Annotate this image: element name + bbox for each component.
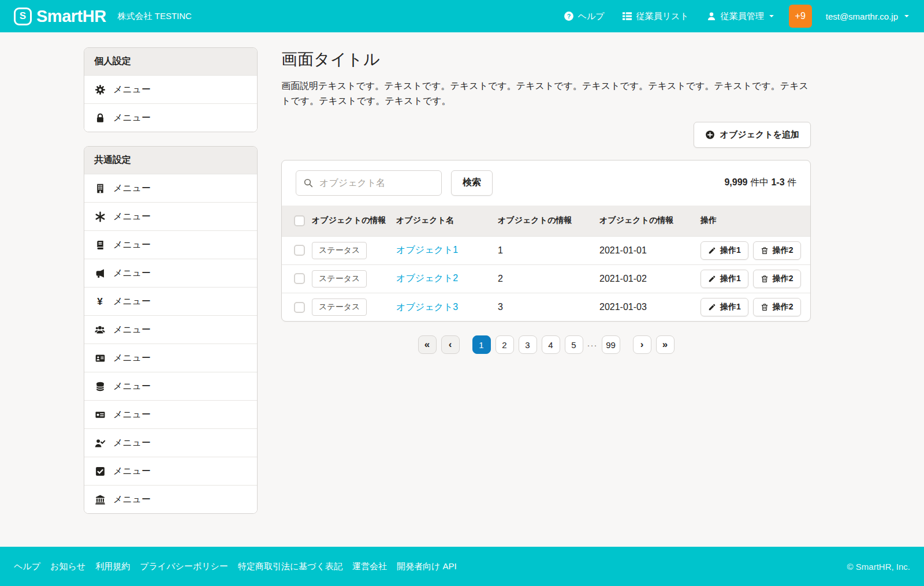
copyright: © SmartHR, Inc. (847, 562, 910, 572)
sidebar-item[interactable]: メニュー (84, 457, 257, 485)
sidebar-item-label: メニュー (113, 112, 151, 124)
select-all-checkbox[interactable] (294, 215, 305, 226)
actions-cell: 操作1操作2 (701, 264, 810, 293)
svg-text:?: ? (567, 13, 571, 20)
status-cell: ステータス (312, 293, 396, 321)
row-action-button[interactable]: 操作1 (701, 270, 748, 288)
nav-item-label: ヘルプ (578, 11, 605, 22)
row-checkbox[interactable] (294, 245, 305, 256)
pagination-page-button[interactable]: 3 (519, 335, 537, 354)
add-object-button[interactable]: オブジェクトを追加 (694, 122, 811, 148)
sidebar-item[interactable]: メニュー (84, 400, 257, 428)
column-header: 操作 (701, 206, 810, 237)
check-square-icon (94, 465, 106, 477)
search-button[interactable]: 検索 (451, 170, 493, 196)
footer-link[interactable]: 運営会社 (352, 561, 387, 572)
smarthr-logo-icon: S (14, 8, 32, 25)
object-link[interactable]: オブジェクト2 (396, 273, 458, 283)
pencil-icon (708, 275, 716, 283)
sidebar-item[interactable]: メニュー (84, 372, 257, 400)
sidebar-item[interactable]: メニュー (84, 202, 257, 230)
pagination-prev-button[interactable]: ‹ (441, 335, 460, 354)
footer-links: ヘルプお知らせ利用規約プライバシーポリシー特定商取引法に基づく表記運営会社開発者… (14, 561, 457, 572)
pagination-page-button[interactable]: 4 (542, 335, 560, 354)
gear-icon (94, 84, 106, 95)
object-table: オブジェクトの情報オブジェクト名オブジェクトの情報オブジェクトの情報操作 ステー… (282, 206, 810, 322)
sidebar-item-label: メニュー (113, 380, 151, 393)
header-nav: ?ヘルプ従業員リスト従業員管理 (564, 11, 775, 22)
pagination-last-button[interactable]: » (656, 335, 675, 354)
trash-icon (761, 247, 769, 255)
sidebar-item[interactable]: メニュー (84, 103, 257, 132)
account-menu[interactable]: test@smarthr.co.jp (826, 12, 910, 21)
sidebar-section-title: 共通設定 (84, 147, 257, 174)
book-icon (94, 239, 106, 251)
footer-link[interactable]: プライバシーポリシー (140, 561, 228, 572)
sidebar-section-title: 個人設定 (84, 48, 257, 75)
sidebar-item-label: メニュー (113, 296, 151, 308)
footer-link[interactable]: 利用規約 (95, 561, 130, 572)
toolbar: オブジェクトを追加 (281, 122, 811, 148)
pagination-page-button[interactable]: 5 (565, 335, 583, 354)
smarthr-logo[interactable]: S SmartHR (14, 7, 106, 26)
pagination-next-button[interactable]: › (633, 335, 651, 354)
sidebar-item[interactable]: メニュー (84, 344, 257, 372)
pagination-first-button[interactable]: « (418, 335, 437, 354)
sidebar-item[interactable]: メニュー (84, 174, 257, 202)
pagination-page-button[interactable]: 2 (495, 335, 514, 354)
object-link[interactable]: オブジェクト3 (396, 302, 458, 312)
nav-item-label: 従業員リスト (636, 11, 689, 22)
row-action-button[interactable]: 操作1 (701, 241, 748, 260)
footer-link[interactable]: 開発者向け API (397, 561, 457, 572)
footer-link[interactable]: 特定商取引法に基づく表記 (238, 561, 342, 572)
sidebar-item-label: メニュー (113, 239, 151, 251)
nav-item-employee-list[interactable]: 従業員リスト (622, 11, 689, 22)
nav-item-label: 従業員管理 (721, 11, 764, 22)
footer-link[interactable]: お知らせ (50, 561, 85, 572)
pagination-page-button[interactable]: 1 (472, 335, 491, 354)
row-action-button[interactable]: 操作2 (753, 270, 801, 288)
row-action-label: 操作1 (720, 274, 741, 284)
sidebar-item[interactable]: メニュー (84, 315, 257, 344)
footer-link[interactable]: ヘルプ (14, 561, 40, 572)
row-action-button[interactable]: 操作2 (753, 298, 801, 316)
name-cell: オブジェクト3 (396, 293, 498, 321)
sidebar-item-label: メニュー (113, 211, 151, 223)
row-select-cell (282, 264, 312, 293)
sidebar-item[interactable]: メニュー (84, 259, 257, 287)
sidebar-item[interactable]: メニュー (84, 75, 257, 103)
sidebar-item[interactable]: メニュー (84, 428, 257, 457)
sidebar-item[interactable]: メニュー (84, 485, 257, 513)
sidebar-item[interactable]: ¥メニュー (84, 287, 257, 315)
search-box (296, 170, 442, 196)
nav-item-help[interactable]: ?ヘルプ (564, 11, 605, 22)
search-input[interactable] (296, 170, 442, 196)
notification-badge[interactable]: +9 (789, 5, 812, 28)
table-row: ステータスオブジェクト222021-01-02操作1操作2 (282, 264, 810, 293)
yen-icon: ¥ (94, 296, 106, 307)
row-checkbox[interactable] (294, 273, 305, 284)
page-description: 画面説明テキストです。テキストです。テキストです。テキストです。テキストです。テ… (281, 79, 811, 109)
megaphone-icon (94, 267, 106, 279)
name-cell: オブジェクト1 (396, 236, 498, 264)
object-link[interactable]: オブジェクト1 (396, 245, 458, 255)
search-row: 検索 9,999 件中 1-3 件 (282, 161, 810, 206)
row-action-button[interactable]: 操作2 (753, 241, 801, 260)
row-checkbox[interactable] (294, 302, 305, 313)
info2-cell: 2021-01-03 (599, 293, 701, 321)
row-action-label: 操作2 (773, 302, 793, 312)
list-icon (622, 11, 632, 21)
chevron-down-icon (768, 13, 775, 20)
company-name: 株式会社 TESTINC (118, 11, 192, 22)
row-action-label: 操作1 (720, 302, 741, 312)
nav-item-employee-admin[interactable]: 従業員管理 (706, 11, 775, 22)
sidebar-item[interactable]: メニュー (84, 230, 257, 259)
sidebar-item-label: メニュー (113, 267, 151, 279)
pagination-page-button[interactable]: 99 (602, 335, 620, 354)
row-action-button[interactable]: 操作1 (701, 298, 748, 316)
users-icon (94, 324, 106, 335)
help-circle-icon: ? (564, 11, 574, 21)
row-action-label: 操作2 (773, 245, 793, 256)
main-content: 画面タイトル 画面説明テキストです。テキストです。テキストです。テキストです。テ… (281, 47, 811, 547)
info2-cell: 2021-01-02 (599, 264, 701, 293)
